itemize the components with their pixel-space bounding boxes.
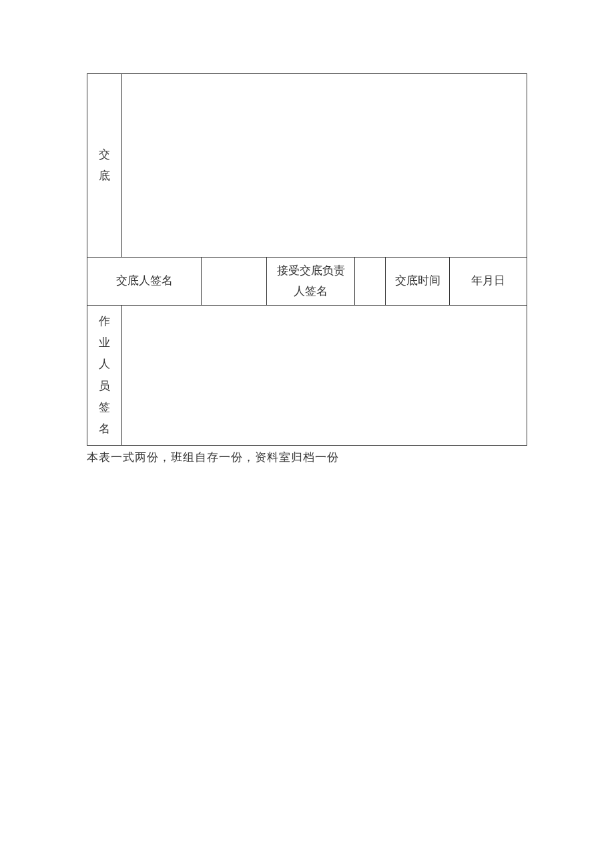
signature-row: 交底人签名 接受交底负责 人签名 交底时间 年月日 (87, 258, 527, 306)
receiver-sign-label-line2: 人签名 (270, 282, 352, 302)
worker-sign-field[interactable] (122, 306, 527, 446)
footer-note: 本表一式两份，班组自存一份，资料室归档一份 (87, 450, 527, 465)
receiver-sign-field[interactable] (355, 258, 386, 306)
worker-sign-char2: 业 (90, 332, 119, 354)
worker-sign-label-cell: 作 业 人 员 签 名 (87, 306, 122, 446)
worker-sign-char4: 员 (90, 376, 119, 397)
worker-sign-char6: 名 (90, 418, 119, 440)
briefing-date-field[interactable]: 年月日 (450, 258, 527, 306)
worker-signature-row: 作 业 人 员 签 名 (87, 306, 527, 446)
worker-sign-char1: 作 (90, 311, 119, 332)
briefing-label-cell: 交 底 (87, 74, 122, 258)
briefing-form-table: 交 底 交底人签名 接受交底负责 人签名 交底时间 年月日 作 业 人 员 签 … (87, 73, 527, 446)
briefing-content-cell[interactable] (122, 74, 527, 258)
briefing-label-char2: 底 (90, 165, 119, 187)
discloser-sign-label: 交底人签名 (87, 258, 202, 306)
worker-sign-char5: 签 (90, 397, 119, 418)
receiver-sign-label-line1: 接受交底负责 (270, 261, 352, 282)
briefing-time-label: 交底时间 (386, 258, 450, 306)
briefing-label-char1: 交 (90, 144, 119, 165)
briefing-content-row: 交 底 (87, 74, 527, 258)
receiver-sign-label: 接受交底负责 人签名 (267, 258, 355, 306)
discloser-sign-field[interactable] (202, 258, 267, 306)
worker-sign-char3: 人 (90, 354, 119, 375)
